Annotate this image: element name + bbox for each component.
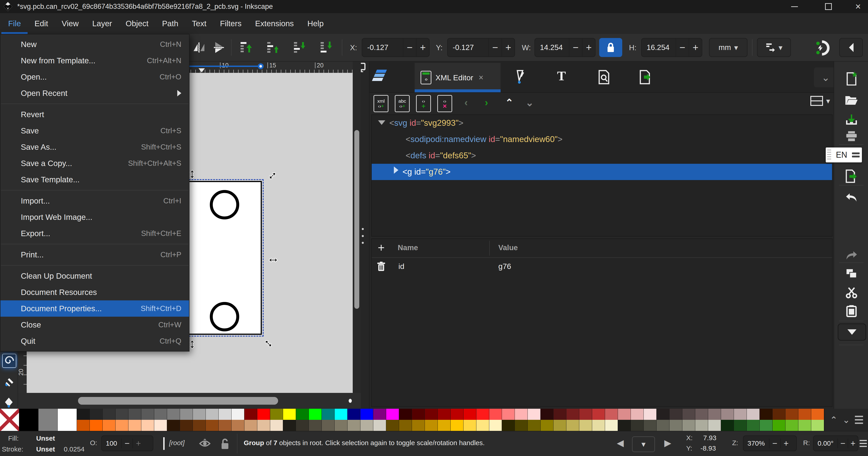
palette-swatch[interactable] (283, 420, 296, 431)
y-spinbox[interactable]: -0.127 (447, 38, 515, 57)
palette-swatch[interactable] (399, 409, 412, 420)
menu-item-print[interactable]: Print...Ctrl+P (0, 247, 189, 263)
x-spinbox[interactable]: -0.127 (362, 38, 430, 57)
raise-icon[interactable] (267, 41, 279, 54)
units-dropdown[interactable]: mm (709, 38, 747, 57)
export-dialog-icon[interactable] (639, 70, 651, 85)
palette-swatch[interactable] (361, 409, 373, 420)
menu-item-document-resources[interactable]: Document Resources (0, 284, 189, 300)
zoom-decrement[interactable] (769, 438, 780, 448)
palette-swatch[interactable] (554, 420, 566, 431)
palette-swatch[interactable] (476, 409, 489, 420)
opacity-increment[interactable] (132, 438, 144, 448)
palette-swatch[interactable] (116, 409, 128, 420)
palette-swatch[interactable] (579, 409, 592, 420)
paint-bucket-tool-button[interactable] (2, 396, 16, 409)
palette-swatch[interactable] (579, 420, 592, 431)
palette-swatch[interactable] (116, 420, 128, 431)
palette-swatch[interactable] (296, 420, 309, 431)
swatch-black[interactable] (19, 409, 38, 431)
spiral-tool-button[interactable] (2, 354, 16, 368)
expander-closed-icon[interactable] (394, 166, 398, 174)
palette-swatch[interactable] (540, 420, 554, 431)
menubar-item-path[interactable]: Path (155, 13, 185, 34)
palette-swatch[interactable] (708, 420, 721, 431)
xml-tree[interactable]: <svg id="svg2993"><sodipodi:namedview id… (371, 115, 833, 237)
rotation-increment[interactable] (848, 438, 858, 448)
next-arrow-icon[interactable]: ▶ (664, 438, 671, 448)
attribute-value[interactable]: g76 (498, 262, 511, 271)
layer-visibility-icon[interactable] (199, 438, 211, 449)
menu-item-import[interactable]: Import...Ctrl+I (0, 193, 189, 209)
layer-lock-icon[interactable] (220, 437, 230, 450)
scale-handle-top[interactable]: ↕ (189, 167, 195, 180)
fill-value[interactable]: Unset (36, 434, 55, 442)
menu-item-document-properties[interactable]: Document Properties...Shift+Ctrl+D (0, 300, 189, 317)
statusbar-menu-icon[interactable] (860, 440, 867, 447)
flip-vertical-icon[interactable] (213, 41, 225, 54)
x-decrement-button[interactable] (403, 38, 416, 57)
palette-swatch[interactable] (219, 420, 231, 431)
palette-swatch[interactable] (180, 409, 193, 420)
export-button[interactable] (845, 170, 858, 183)
palette-swatch[interactable] (347, 409, 361, 420)
palette-swatch[interactable] (476, 420, 489, 431)
palette-swatch[interactable] (721, 420, 734, 431)
expander-open-icon[interactable] (378, 120, 385, 125)
snap-controls-icon[interactable] (813, 39, 832, 57)
xml-tree-row[interactable]: <sodipodi:namedview id="namedview60"> (372, 131, 832, 148)
indent-node-button[interactable]: › (485, 97, 488, 108)
palette-swatch[interactable] (322, 409, 335, 420)
w-decrement-button[interactable] (569, 38, 582, 57)
palette-swatch[interactable] (154, 409, 167, 420)
y-increment-button[interactable] (501, 38, 515, 57)
minimize-button[interactable] (782, 0, 807, 13)
palette-swatch[interactable] (283, 409, 296, 420)
palette-swatch[interactable] (335, 420, 347, 431)
tab-xml-editor[interactable]: XML Editor × (415, 63, 501, 92)
y-value[interactable]: -0.127 (448, 43, 488, 52)
menu-item-quit[interactable]: QuitCtrl+Q (0, 333, 189, 349)
guide-end-dot[interactable] (258, 63, 264, 69)
xml-tree-row[interactable]: <svg id="svg2993"> (372, 115, 832, 131)
palette-swatch[interactable] (231, 420, 244, 431)
h-decrement-button[interactable] (676, 38, 689, 57)
drag-grip-icon[interactable] (827, 150, 831, 160)
palette-swatch[interactable] (811, 409, 824, 420)
palette-swatch[interactable] (695, 409, 708, 420)
palette-swatch[interactable] (592, 409, 605, 420)
close-button[interactable]: × (846, 0, 868, 13)
palette-swatch[interactable] (270, 409, 283, 420)
vertical-scrollbar[interactable] (353, 62, 361, 393)
layer-nav-dropdown[interactable] (632, 436, 655, 452)
palette-swatch[interactable] (670, 420, 682, 431)
text-dialog-icon[interactable]: T (557, 68, 566, 84)
duplicate-node-button[interactable]: ‹›+ (416, 95, 431, 112)
panel-splitter-handle[interactable] (361, 228, 364, 244)
palette-swatch[interactable] (309, 409, 322, 420)
palette-swatch[interactable] (90, 409, 103, 420)
palette-swatch[interactable] (451, 409, 464, 420)
palette-swatch[interactable] (77, 420, 90, 431)
palette-swatch[interactable] (193, 409, 206, 420)
opacity-decrement[interactable] (121, 438, 132, 448)
rotation-decrement[interactable] (837, 438, 848, 448)
palette-swatch[interactable] (219, 409, 231, 420)
palette-swatch[interactable] (257, 409, 270, 420)
menu-item-close[interactable]: CloseCtrl+W (0, 317, 189, 333)
palette-swatch[interactable] (386, 420, 399, 431)
palette-swatch[interactable] (540, 409, 554, 420)
palette-swatch[interactable] (244, 409, 257, 420)
scale-handle-right[interactable]: ↔ (267, 251, 279, 264)
palette-swatch[interactable] (296, 409, 309, 420)
palette-swatch[interactable] (618, 420, 631, 431)
canvas-rotation-dot[interactable] (349, 399, 352, 403)
transform-options-dropdown[interactable] (757, 38, 791, 57)
h-value[interactable]: 16.254 (642, 43, 676, 52)
palette-swatch[interactable] (785, 420, 798, 431)
opacity-value[interactable]: 100 (102, 439, 121, 447)
stroke-value[interactable]: Unset (36, 445, 55, 453)
palette-swatch[interactable] (464, 409, 476, 420)
palette-swatch[interactable] (631, 420, 644, 431)
palette-swatch[interactable] (309, 420, 322, 431)
